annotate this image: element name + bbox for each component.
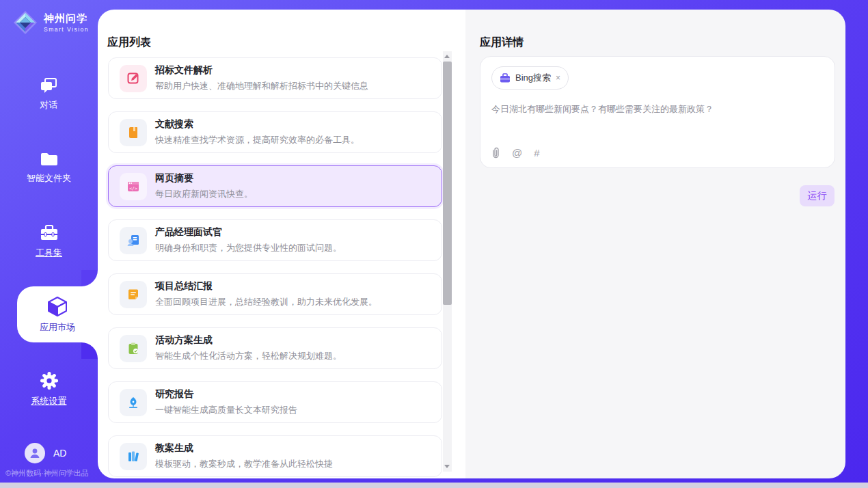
app-card-literature-search[interactable]: 文献搜索 快速精准查找学术资源，提高研究效率的必备工具。 <box>108 111 442 153</box>
sidebar-item-label: 智能文件夹 <box>27 172 71 185</box>
user-account[interactable]: AD <box>25 443 66 463</box>
book-icon <box>120 119 147 146</box>
app-card-name: 文献搜索 <box>155 118 360 131</box>
sidebar-item-toolset[interactable]: 工具集 <box>0 224 98 259</box>
scrollbar-thumb[interactable] <box>443 62 452 305</box>
app-card-description: 帮助用户快速、准确地理解和解析招标书中的关键信息 <box>155 80 368 92</box>
scrollbar-down-arrow-icon[interactable] <box>444 465 450 468</box>
app-list-title: 应用列表 <box>107 36 151 50</box>
app-card-bid-parse[interactable]: 招标文件解析 帮助用户快速、准确地理解和解析招标书中的关键信息 <box>108 57 442 99</box>
app-card-description: 明确身份和职责，为您提供专业性的面试问题。 <box>155 242 342 254</box>
sidebar-item-label: 应用市场 <box>40 321 75 334</box>
app-detail-title: 应用详情 <box>480 36 524 50</box>
app-card-description: 全面回顾项目进展，总结经验教训，助力未来优化发展。 <box>155 296 377 308</box>
app-card-project-summary[interactable]: 项目总结汇报 全面回顾项目进展，总结经验教训，助力未来优化发展。 <box>108 273 442 315</box>
hash-icon[interactable]: # <box>534 147 539 159</box>
tool-tag-bing-search[interactable]: Bing搜索 × <box>491 66 569 90</box>
app-card-description: 模板驱动，教案秒成，教学准备从此轻松快捷 <box>155 458 333 470</box>
mention-icon[interactable]: @ <box>512 147 522 159</box>
app-card-event-plan[interactable]: 活动方案生成 智能生成个性化活动方案，轻松解决规划难题。 <box>108 327 442 369</box>
brand: 神州问学 Smart Vision <box>12 10 89 36</box>
app-card-name: 研究报告 <box>155 388 297 401</box>
app-card-name: 活动方案生成 <box>155 334 342 347</box>
sidebar: 神州问学 Smart Vision 对话 智能文件夹 <box>0 0 98 483</box>
app-card-list: 招标文件解析 帮助用户快速、准确地理解和解析招标书中的关键信息 文献搜索 快速精… <box>108 57 442 478</box>
user-initials: AD <box>53 448 66 459</box>
app-card-pm-interviewer[interactable]: 产品经理面试官 明确身份和职责，为您提供专业性的面试问题。 <box>108 219 442 261</box>
selected-bubble-fillet-bottom <box>81 342 98 359</box>
toolbox-icon <box>40 224 59 242</box>
gear-icon <box>40 371 59 390</box>
brand-name: 神州问学 <box>44 12 89 25</box>
app-detail-panel: 应用详情 Bing搜索 × 今日湖北有哪些新闻要点？有哪些需要关注的最新政策？ … <box>465 10 845 478</box>
selected-bubble-fillet-top <box>81 270 98 286</box>
sidebar-item-app-market[interactable]: 应用市场 <box>17 286 98 342</box>
app-card-description: 每日政府新闻资讯快查。 <box>155 188 253 200</box>
bottom-edge-strip <box>0 483 868 488</box>
prompt-input[interactable]: 今日湖北有哪些新闻要点？有哪些需要关注的最新政策？ <box>491 103 824 116</box>
pen-nib-icon <box>120 389 147 416</box>
app-card-name: 产品经理面试官 <box>155 226 342 239</box>
person-document-icon <box>120 227 147 254</box>
chat-icon <box>40 77 59 94</box>
app-card-description: 快速精准查找学术资源，提高研究效率的必备工具。 <box>155 134 360 146</box>
app-card-name: 教案生成 <box>155 442 333 455</box>
edit-document-icon <box>120 65 147 92</box>
clipboard-check-icon <box>120 335 147 362</box>
browser-code-icon: </> <box>120 173 147 200</box>
app-card-web-summary[interactable]: </> 网页摘要 每日政府新闻资讯快查。 <box>108 165 442 207</box>
tool-tag-label: Bing搜索 <box>515 72 551 84</box>
sidebar-item-label: 工具集 <box>36 247 62 259</box>
svg-text:</>: </> <box>129 185 137 191</box>
app-card-description: 智能生成个性化活动方案，轻松解决规划难题。 <box>155 350 342 362</box>
scrollbar-up-arrow-icon[interactable] <box>444 55 450 58</box>
brand-subtitle: Smart Vision <box>44 26 89 33</box>
app-card-name: 项目总结汇报 <box>155 280 377 293</box>
books-icon <box>120 443 147 470</box>
tag-close-icon[interactable]: × <box>556 74 560 82</box>
brand-text: 神州问学 Smart Vision <box>44 12 89 33</box>
run-button[interactable]: 运行 <box>800 185 835 206</box>
app-card-research-report[interactable]: 研究报告 一键智能生成高质量长文本研究报告 <box>108 381 442 423</box>
sidebar-item-chat[interactable]: 对话 <box>0 77 98 111</box>
briefcase-icon <box>500 73 511 83</box>
prompt-card: Bing搜索 × 今日湖北有哪些新闻要点？有哪些需要关注的最新政策？ @ # <box>480 56 835 168</box>
paperclip-icon[interactable] <box>491 147 500 159</box>
input-toolbar: @ # <box>491 147 540 159</box>
app-card-name: 网页摘要 <box>155 172 253 185</box>
app-list-panel: 应用列表 招标文件解析 帮助用户快速、准确地理解和解析招标书中的关键信息 <box>98 10 465 478</box>
app-card-description: 一键智能生成高质量长文本研究报告 <box>155 404 297 416</box>
copyright-footer: ©神州数码·神州问学出品 <box>5 468 89 478</box>
avatar <box>25 443 45 463</box>
app-list-scrollbar[interactable] <box>443 51 452 472</box>
brand-logo-diamond-icon <box>12 10 38 36</box>
sidebar-item-label: 系统设置 <box>31 395 67 407</box>
sidebar-item-label: 对话 <box>40 99 58 111</box>
app-card-lesson-plan[interactable]: 教案生成 模板驱动，教案秒成，教学准备从此轻松快捷 <box>108 435 442 477</box>
sidebar-item-smart-folder[interactable]: 智能文件夹 <box>0 151 98 185</box>
folder-icon <box>40 151 59 167</box>
cube-icon <box>46 295 68 317</box>
app-card-name: 招标文件解析 <box>155 64 368 77</box>
note-icon <box>120 281 147 308</box>
sidebar-item-system-settings[interactable]: 系统设置 <box>0 371 98 407</box>
